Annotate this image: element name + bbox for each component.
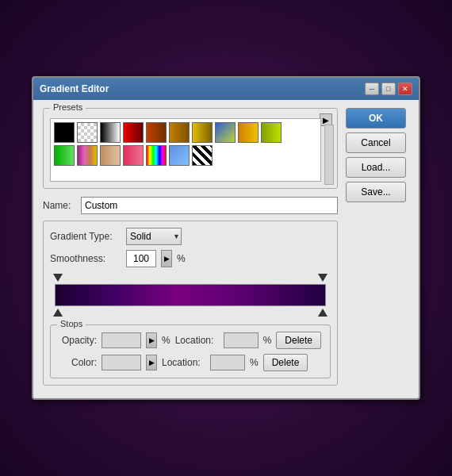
preset-16[interactable]	[169, 145, 190, 166]
color-stop-label: Color:	[59, 357, 97, 368]
gradient-settings: Gradient Type: Solid Noise ▼ Smoothness:	[43, 221, 338, 386]
preset-8[interactable]	[215, 122, 236, 143]
dialog-title: Gradient Editor	[40, 83, 109, 94]
preset-15[interactable]	[146, 145, 167, 166]
maximize-button[interactable]: □	[381, 83, 396, 95]
gradient-type-label: Gradient Type:	[50, 231, 121, 242]
presets-row-1	[54, 122, 317, 143]
left-panel: Presets ▶	[43, 108, 338, 389]
smoothness-row: Smoothness: ▶ %	[50, 250, 331, 267]
smoothness-input[interactable]	[126, 250, 156, 267]
gradient-preview-bar[interactable]	[55, 284, 326, 306]
presets-row-2	[54, 145, 317, 166]
cancel-button[interactable]: Cancel	[346, 132, 406, 153]
gradient-bar-container	[50, 272, 331, 318]
stop-bottom-left[interactable]	[53, 307, 63, 318]
stops-group: Stops Opacity: ▶ % Location: % Delete	[50, 324, 331, 378]
stops-group-label: Stops	[57, 319, 86, 328]
top-stops	[50, 272, 331, 283]
delete-opacity-button[interactable]: Delete	[276, 332, 321, 349]
preset-1[interactable]	[54, 122, 75, 143]
smoothness-unit: %	[177, 253, 186, 264]
save-button[interactable]: Save...	[346, 182, 406, 202]
dialog-body: Presets ▶	[33, 100, 419, 398]
preset-17[interactable]	[192, 145, 213, 166]
name-row: Name:	[43, 197, 338, 214]
preset-7[interactable]	[192, 122, 213, 143]
smoothness-stepper[interactable]: ▶	[161, 250, 172, 267]
color-input[interactable]	[102, 355, 141, 370]
stop-top-left[interactable]	[53, 272, 63, 283]
ok-button[interactable]: OK	[346, 108, 406, 129]
stop-bottom-right[interactable]	[318, 307, 328, 318]
opacity-stop-label: Opacity:	[59, 335, 97, 346]
presets-grid	[54, 122, 317, 166]
preset-10[interactable]	[261, 122, 282, 143]
bottom-stops	[50, 307, 331, 318]
minimize-button[interactable]: ─	[365, 83, 379, 95]
preset-6[interactable]	[169, 122, 190, 143]
location1-label: Location:	[175, 335, 219, 346]
preset-4[interactable]	[123, 122, 144, 143]
presets-group: Presets ▶	[43, 108, 338, 189]
preset-12[interactable]	[77, 145, 98, 166]
name-field-label: Name:	[43, 200, 75, 211]
stop-top-right[interactable]	[318, 272, 328, 283]
preset-14[interactable]	[123, 145, 144, 166]
preset-13[interactable]	[100, 145, 121, 166]
color-stop-row: Color: ▶ Location: % Delete	[59, 354, 322, 371]
gradient-editor-dialog: Gradient Editor ─ □ ✕ Presets ▶	[32, 76, 420, 400]
preset-11[interactable]	[54, 145, 75, 166]
color-stepper[interactable]: ▶	[146, 355, 157, 370]
close-button[interactable]: ✕	[398, 83, 412, 95]
opacity-unit: %	[162, 335, 170, 346]
smoothness-label: Smoothness:	[50, 253, 121, 264]
location2-label: Location:	[162, 357, 205, 368]
gradient-type-select[interactable]: Solid Noise	[126, 228, 182, 245]
name-input[interactable]	[81, 197, 338, 214]
opacity-input[interactable]	[102, 332, 141, 348]
location2-unit: %	[250, 357, 259, 368]
preset-9[interactable]	[238, 122, 259, 143]
right-panel: OK Cancel Load... Save...	[346, 108, 409, 389]
opacity-stop-row: Opacity: ▶ % Location: % Delete	[59, 332, 322, 349]
presets-wrapper	[50, 118, 321, 182]
gradient-type-row: Gradient Type: Solid Noise ▼	[50, 228, 331, 245]
main-layout: Presets ▶	[43, 108, 409, 389]
title-bar: Gradient Editor ─ □ ✕	[33, 78, 419, 100]
gradient-type-select-wrapper: Solid Noise ▼	[126, 228, 182, 245]
location2-input[interactable]	[210, 355, 245, 370]
preset-2[interactable]	[77, 122, 98, 143]
opacity-stepper[interactable]: ▶	[146, 332, 157, 348]
delete-color-button[interactable]: Delete	[263, 354, 308, 371]
location1-input[interactable]	[224, 332, 259, 348]
presets-label: Presets	[50, 102, 86, 112]
title-controls: ─ □ ✕	[365, 83, 412, 95]
preset-3[interactable]	[100, 122, 121, 143]
preset-5[interactable]	[146, 122, 167, 143]
location1-unit: %	[263, 335, 272, 346]
load-button[interactable]: Load...	[346, 157, 406, 178]
presets-scrollbar[interactable]	[324, 125, 334, 185]
